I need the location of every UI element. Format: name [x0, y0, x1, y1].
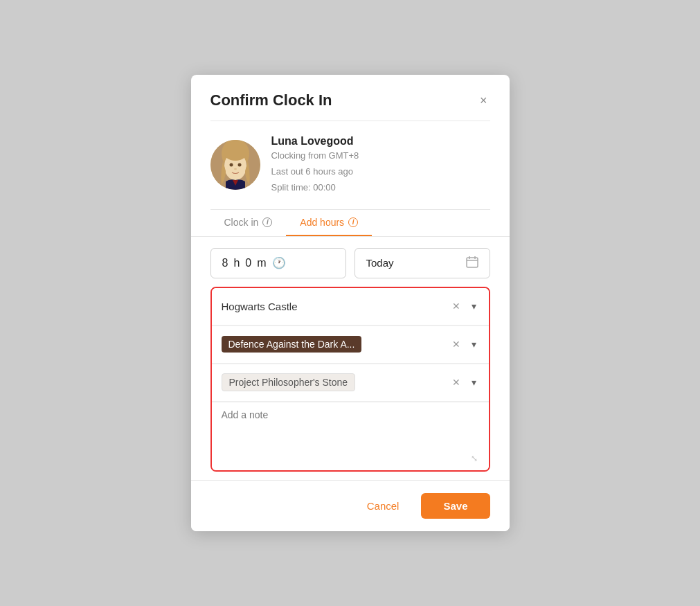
note-textarea[interactable]	[222, 409, 479, 451]
tab-clock-in[interactable]: Clock in i	[210, 210, 287, 236]
location-clear-button[interactable]: ✕	[449, 299, 463, 313]
modal-title: Confirm Clock In	[210, 91, 332, 109]
minutes-value: 0	[245, 257, 251, 269]
user-split-time: Split time: 00:00	[271, 181, 359, 195]
modal-footer: Cancel Save	[191, 481, 510, 531]
user-info: Luna Lovegood Clocking from GMT+8 Last o…	[271, 135, 359, 195]
location-dropdown-button[interactable]: ▾	[469, 299, 479, 313]
svg-point-5	[237, 163, 241, 167]
time-input-box[interactable]: 8 h 0 m 🕐	[210, 248, 346, 278]
location-content: Hogwarts Castle	[222, 301, 449, 312]
modal-overlay: Confirm Clock In ×	[0, 0, 700, 606]
project-content: Project Philosopher's Stone	[222, 373, 449, 391]
class-dropdown-button[interactable]: ▾	[469, 337, 479, 351]
location-value: Hogwarts Castle	[222, 301, 298, 312]
cancel-button[interactable]: Cancel	[356, 494, 411, 517]
svg-point-3	[223, 141, 248, 161]
project-tag: Project Philosopher's Stone	[222, 373, 356, 391]
svg-point-6	[234, 168, 237, 170]
m-label: m	[257, 257, 266, 269]
modal-header: Confirm Clock In ×	[191, 75, 510, 121]
clock-in-info-icon: i	[262, 217, 272, 227]
hours-value: 8	[222, 257, 228, 269]
add-hours-info-icon: i	[348, 217, 358, 227]
location-actions: ✕ ▾	[449, 299, 479, 313]
class-clear-button[interactable]: ✕	[449, 337, 463, 351]
location-select-row: Hogwarts Castle ✕ ▾	[212, 288, 489, 326]
save-button[interactable]: Save	[421, 493, 490, 519]
date-value: Today	[366, 257, 394, 269]
user-clocking-from: Clocking from GMT+8	[271, 149, 359, 163]
project-actions: ✕ ▾	[449, 375, 479, 389]
project-dropdown-button[interactable]: ▾	[469, 375, 479, 389]
date-input-box[interactable]: Today	[355, 248, 490, 278]
h-label: h	[233, 257, 240, 269]
tabs-section: Clock in i Add hours i	[191, 210, 510, 237]
close-button[interactable]: ×	[477, 91, 490, 109]
project-select-row: Project Philosopher's Stone ✕ ▾	[212, 364, 489, 402]
svg-rect-7	[467, 258, 478, 267]
time-date-row: 8 h 0 m 🕐 Today	[191, 237, 510, 287]
tab-add-hours[interactable]: Add hours i	[286, 210, 372, 236]
selection-panel: Hogwarts Castle ✕ ▾ Defence Against the …	[210, 287, 490, 472]
user-last-out: Last out 6 hours ago	[271, 165, 359, 179]
avatar-image	[210, 140, 260, 190]
class-select-row: Defence Against the Dark A... ✕ ▾	[212, 326, 489, 364]
avatar	[210, 140, 260, 190]
calendar-icon	[466, 256, 478, 271]
confirm-clock-in-modal: Confirm Clock In ×	[191, 75, 510, 531]
user-section: Luna Lovegood Clocking from GMT+8 Last o…	[191, 121, 510, 208]
class-actions: ✕ ▾	[449, 337, 479, 351]
clock-icon: 🕐	[272, 256, 286, 269]
svg-point-4	[229, 163, 233, 167]
user-name: Luna Lovegood	[271, 135, 359, 148]
note-row: ⤡	[212, 402, 489, 470]
project-clear-button[interactable]: ✕	[449, 375, 463, 389]
class-tag: Defence Against the Dark A...	[222, 336, 362, 353]
resize-handle: ⤡	[222, 454, 479, 463]
class-content: Defence Against the Dark A...	[222, 336, 449, 353]
